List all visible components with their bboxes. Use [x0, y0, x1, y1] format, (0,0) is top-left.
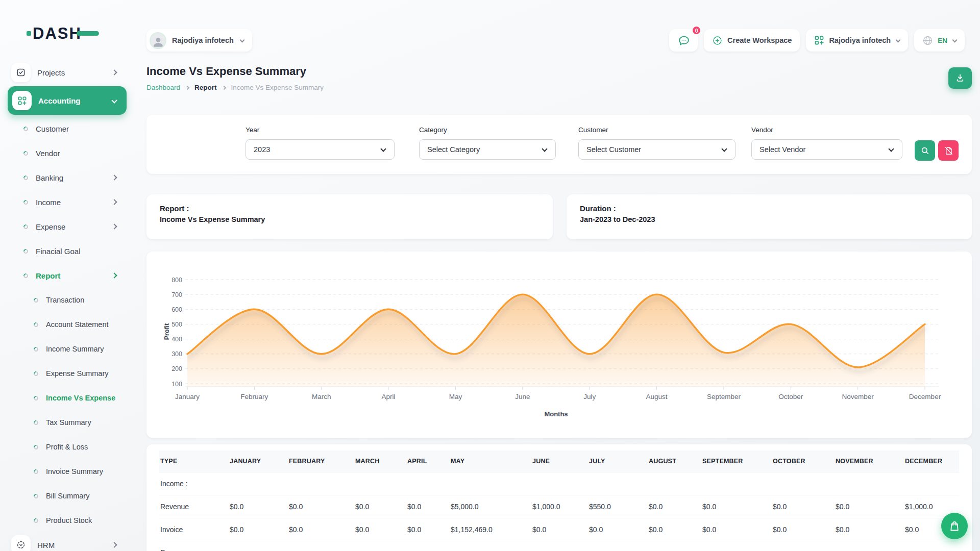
- sidebar-item-tax-summary[interactable]: Tax Summary: [11, 410, 124, 435]
- x-tick-label: September: [707, 393, 741, 400]
- language-selector[interactable]: EN: [914, 29, 965, 52]
- grid-plus-icon: [12, 91, 32, 110]
- logo-dot-icon: [27, 31, 31, 36]
- sidebar-item-income-vs-expense[interactable]: Income Vs Expense: [11, 386, 124, 410]
- reset-filter-button[interactable]: [938, 140, 959, 161]
- column-header-november: NOVEMBER: [831, 450, 901, 472]
- chevron-down-icon: [380, 146, 386, 152]
- column-header-july: JULY: [585, 450, 645, 472]
- income-expense-table: TYPEJANUARYFEBRUARYMARCHAPRILMAYJUNEJULY…: [159, 450, 959, 551]
- sidebar-item-label: Vendor: [36, 149, 60, 158]
- sidebar-item-label: Invoice Summary: [46, 467, 103, 475]
- workspace-selector[interactable]: Rajodiya infotech: [146, 29, 252, 52]
- sidebar-item-account-statement[interactable]: Account Statement: [11, 312, 124, 337]
- table-row-invoice: Invoice$0.0$0.0$0.0$0.0$1,152,469.0$0.0$…: [159, 518, 959, 541]
- sidebar-item-projects[interactable]: Projects: [11, 60, 124, 85]
- shopping-bag-icon: [948, 520, 961, 532]
- breadcrumb-separator-icon: [222, 85, 226, 89]
- x-tick-label: May: [449, 393, 462, 400]
- sidebar-item-label: Income: [36, 198, 61, 207]
- chevron-right-icon: [111, 69, 117, 75]
- column-header-august: AUGUST: [645, 450, 698, 472]
- x-tick-label: February: [240, 393, 268, 400]
- sidebar-item-vendor[interactable]: Vendor: [11, 141, 124, 165]
- sidebar-item-report[interactable]: Report: [11, 263, 124, 288]
- amount-cell: $0.0: [831, 518, 901, 541]
- breadcrumb-report[interactable]: Report: [194, 84, 217, 91]
- sidebar-item-expense[interactable]: Expense: [11, 214, 124, 239]
- chevron-down-icon: [111, 97, 117, 103]
- sidebar-item-label: Report: [36, 271, 60, 280]
- vendor-field: VendorSelect Vendor: [751, 126, 902, 160]
- year-label: Year: [246, 126, 395, 134]
- download-icon: [955, 73, 965, 83]
- vendor-select-value: Select Vendor: [760, 145, 805, 154]
- y-tick-label: 600: [172, 306, 182, 313]
- topbar-actions: 0 Create Workspace Rajodiya infot: [669, 29, 965, 52]
- sidebar-item-label: Accounting: [38, 96, 81, 105]
- category-select-value: Select Category: [427, 145, 480, 154]
- sidebar-item-label: Banking: [36, 173, 63, 182]
- column-header-october: OCTOBER: [769, 450, 831, 472]
- category-select[interactable]: Select Category: [419, 139, 556, 160]
- vendor-select[interactable]: Select Vendor: [751, 139, 902, 160]
- topbar: Rajodiya infotech 0: [146, 29, 972, 52]
- income-expense-table-card: TYPEJANUARYFEBRUARYMARCHAPRILMAYJUNEJULY…: [146, 444, 972, 551]
- breadcrumb: DashboardReportIncome Vs Expense Summary: [146, 84, 324, 91]
- sidebar-item-transaction[interactable]: Transaction: [11, 288, 124, 312]
- bullet-icon: [22, 150, 29, 157]
- avatar: [150, 32, 166, 49]
- bullet-icon: [33, 370, 39, 377]
- customer-select-value: Select Customer: [586, 145, 641, 154]
- chevron-right-icon: [111, 199, 117, 205]
- sidebar-item-hrm[interactable]: HRM: [11, 533, 124, 551]
- sidebar-item-label: Transaction: [46, 296, 84, 304]
- sidebar-item-label: Expense Summary: [46, 369, 109, 378]
- y-tick-label: 500: [172, 321, 182, 328]
- filter-panel: Year2023CategorySelect CategoryCustomerS…: [146, 115, 972, 174]
- messages-button[interactable]: 0: [669, 29, 698, 52]
- circle-plus-icon: [712, 35, 723, 46]
- globe-icon: [922, 35, 933, 46]
- amount-cell: $0.0: [769, 518, 831, 541]
- apply-filter-button[interactable]: [915, 140, 935, 161]
- bullet-icon: [33, 395, 39, 402]
- breadcrumb-separator-icon: [185, 85, 189, 89]
- sidebar-item-bill-summary[interactable]: Bill Summary: [11, 484, 124, 508]
- sidebar-item-income-summary[interactable]: Income Summary: [11, 337, 124, 361]
- sidebar-item-income[interactable]: Income: [11, 190, 124, 214]
- sidebar-item-expense-summary[interactable]: Expense Summary: [11, 361, 124, 386]
- bullet-icon: [22, 126, 29, 132]
- language-code: EN: [938, 37, 947, 44]
- sidebar-item-label: Product Stock: [46, 516, 92, 524]
- year-select[interactable]: 2023: [246, 139, 395, 160]
- duration-card-title: Duration :: [580, 204, 959, 213]
- category-label: Category: [419, 126, 556, 134]
- sidebar-item-banking[interactable]: Banking: [11, 165, 124, 190]
- company-selector[interactable]: Rajodiya infotech: [806, 29, 908, 52]
- sidebar-item-finacial-goal[interactable]: Finacial Goal: [11, 239, 124, 263]
- app-root: DASH ProjectsAccountingCustomerVendorBan…: [0, 0, 980, 551]
- create-workspace-button[interactable]: Create Workspace: [704, 29, 800, 52]
- grid-plus-icon: [814, 35, 824, 45]
- amount-cell: $0.0: [351, 518, 403, 541]
- x-tick-label: December: [909, 393, 941, 400]
- pos-cart-button[interactable]: [941, 513, 968, 539]
- breadcrumb-income-vs-expense-summary: Income Vs Expense Summary: [231, 84, 324, 91]
- x-axis-title: Months: [544, 410, 568, 418]
- amount-cell: $0.0: [585, 518, 645, 541]
- amount-cell: $0.0: [645, 518, 698, 541]
- amount-cell: $0.0: [226, 495, 285, 518]
- sidebar-item-product-stock[interactable]: Product Stock: [11, 508, 124, 533]
- download-button[interactable]: [948, 67, 972, 89]
- sidebar-item-invoice-summary[interactable]: Invoice Summary: [11, 459, 124, 484]
- customer-select[interactable]: Select Customer: [578, 139, 736, 160]
- sidebar-item-profit-loss[interactable]: Profit & Loss: [11, 435, 124, 459]
- amount-cell: $0.0: [831, 495, 901, 518]
- sidebar-item-accounting[interactable]: Accounting: [8, 86, 127, 115]
- table-section-row: Income :: [159, 472, 959, 495]
- amount-cell: $0.0: [403, 518, 447, 541]
- breadcrumb-dashboard[interactable]: Dashboard: [146, 84, 180, 91]
- bullet-icon: [33, 346, 39, 353]
- sidebar-item-customer[interactable]: Customer: [11, 116, 124, 141]
